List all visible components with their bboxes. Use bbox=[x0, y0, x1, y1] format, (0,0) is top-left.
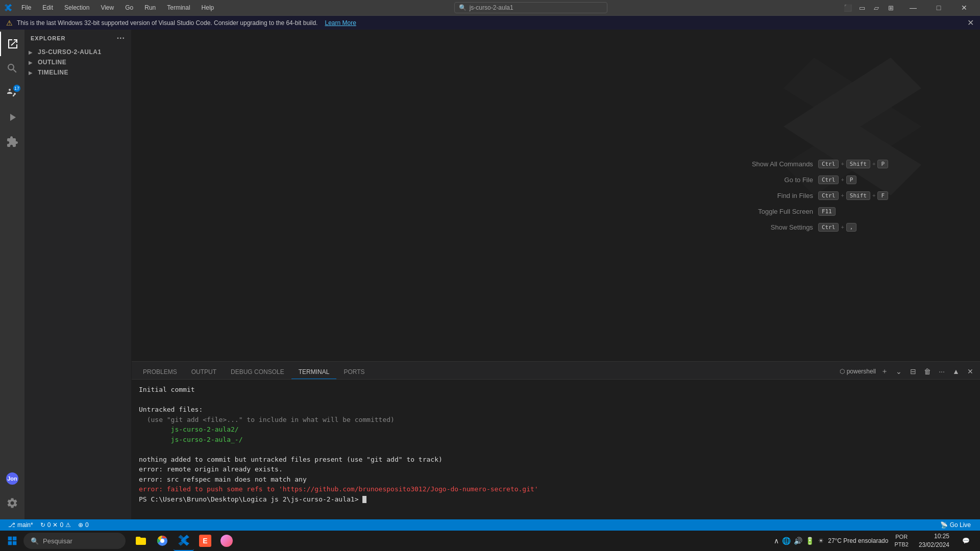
svg-rect-5 bbox=[13, 541, 17, 545]
sidebar-title: Explorer bbox=[31, 35, 66, 41]
kill-terminal-button[interactable]: 🗑 bbox=[922, 366, 933, 377]
outline-label: OUTLINE bbox=[38, 59, 66, 66]
weather-icon: ☀ bbox=[818, 537, 824, 544]
activity-search[interactable] bbox=[0, 56, 24, 81]
warning-close-button[interactable]: ✕ bbox=[967, 18, 974, 28]
taskbar-app-extra[interactable] bbox=[216, 531, 237, 551]
panel: PROBLEMS OUTPUT DEBUG CONSOLE TERMINAL P… bbox=[132, 361, 980, 519]
maximize-button[interactable]: □ bbox=[927, 0, 950, 15]
chevron-up-icon[interactable]: ∧ bbox=[774, 537, 779, 545]
tab-problems[interactable]: PROBLEMS bbox=[136, 365, 184, 379]
shortcuts-panel: Show All Commands Ctrl + Shift + P Go to… bbox=[731, 160, 888, 232]
errors-count: 0 bbox=[47, 521, 51, 529]
layout-btn-4[interactable]: ⊞ bbox=[885, 2, 896, 13]
svg-rect-2 bbox=[8, 537, 12, 541]
kbd-ctrl-3: Ctrl bbox=[818, 191, 839, 200]
file-explorer-icon bbox=[135, 535, 147, 547]
tab-ports[interactable]: PORTS bbox=[336, 365, 372, 379]
kbd-ctrl-1: Ctrl bbox=[818, 160, 839, 168]
activity-explorer[interactable] bbox=[0, 32, 24, 56]
terminal-line-initial-commit: Initial commit bbox=[139, 385, 973, 395]
sidebar-item-js-curso[interactable]: ▶ JS-CURSO-2-AULA1 bbox=[24, 47, 131, 57]
warnings-count: 0 bbox=[60, 521, 63, 529]
remote-count: 0 bbox=[85, 521, 89, 529]
kbd-ctrl-2: Ctrl bbox=[818, 176, 839, 184]
terminal-line-file2: js-curso-2-aula_-/ bbox=[139, 435, 973, 445]
menu-view[interactable]: View bbox=[95, 2, 119, 13]
layout-btn-2[interactable]: ▭ bbox=[856, 2, 868, 13]
terminal-line-error-refspec: error: src refspec main does not match a… bbox=[139, 474, 973, 485]
taskbar-app-explorer[interactable] bbox=[131, 531, 151, 551]
status-right: 📡 Go Live bbox=[936, 519, 975, 531]
status-remote[interactable]: ⊕ 0 bbox=[75, 519, 92, 531]
activity-account[interactable]: Jon bbox=[0, 466, 24, 491]
learn-more-link[interactable]: Learn More bbox=[325, 19, 356, 27]
layout-btn-3[interactable]: ▱ bbox=[871, 2, 882, 13]
menu-help[interactable]: Help bbox=[197, 2, 219, 13]
warning-bar: ⚠ This is the last Windows 32-bit suppor… bbox=[0, 15, 980, 30]
taskbar-search-box[interactable]: 🔍 Pesquisar bbox=[23, 533, 126, 549]
terminal-body[interactable]: Initial commit Untracked files: (use "gi… bbox=[132, 380, 980, 519]
go-to-file-keys: Ctrl + P bbox=[818, 176, 857, 184]
powershell-icon: ⬡ bbox=[840, 368, 845, 375]
activity-settings[interactable] bbox=[0, 491, 24, 515]
activity-extensions[interactable] bbox=[0, 130, 24, 154]
volume-icon: 🔊 bbox=[794, 537, 802, 545]
sidebar-item-outline[interactable]: ▶ OUTLINE bbox=[24, 57, 131, 67]
titlebar-search-box[interactable]: 🔍 js-curso-2-aula1 bbox=[454, 2, 607, 13]
tab-debug-console[interactable]: DEBUG CONSOLE bbox=[224, 365, 291, 379]
menu-go[interactable]: Go bbox=[120, 2, 138, 13]
menu-selection[interactable]: Selection bbox=[59, 2, 94, 13]
taskbar-app-chrome[interactable] bbox=[152, 531, 173, 551]
taskbar-app-vscode[interactable] bbox=[174, 531, 194, 551]
sidebar-header: Explorer ··· bbox=[24, 30, 131, 47]
taskbar: 🔍 Pesquisar E bbox=[0, 531, 980, 551]
new-terminal-button[interactable]: ＋ bbox=[879, 366, 890, 377]
menu-edit[interactable]: Edit bbox=[37, 2, 58, 13]
taskbar-app-elastic[interactable]: E bbox=[195, 531, 215, 551]
activity-run[interactable] bbox=[0, 105, 24, 130]
toggle-fullscreen-keys: F11 bbox=[818, 207, 836, 216]
menu-terminal[interactable]: Terminal bbox=[162, 2, 195, 13]
tab-terminal[interactable]: TERMINAL bbox=[291, 365, 337, 379]
close-panel-button[interactable]: ✕ bbox=[965, 366, 976, 377]
terminal-line-blank-1 bbox=[139, 395, 973, 405]
chrome-icon bbox=[156, 535, 168, 547]
show-all-commands-keys: Ctrl + Shift + P bbox=[818, 160, 888, 168]
taskbar-search-icon: 🔍 bbox=[31, 537, 39, 545]
activity-bar: 17 Jon bbox=[0, 30, 24, 519]
sidebar-folder-label: JS-CURSO-2-AULA1 bbox=[38, 48, 102, 56]
layout-btn-1[interactable]: ⬛ bbox=[842, 2, 853, 13]
sidebar: Explorer ··· ▶ JS-CURSO-2-AULA1 ▶ OUTLIN… bbox=[24, 30, 132, 519]
sidebar-more-button[interactable]: ··· bbox=[117, 34, 125, 43]
go-live-button[interactable]: 📡 Go Live bbox=[936, 519, 975, 531]
time-display[interactable]: 10:25 23/02/2024 bbox=[915, 532, 953, 549]
terminal-line-file1: js-curso-2-aula2/ bbox=[139, 424, 973, 435]
more-actions-button[interactable]: ··· bbox=[936, 366, 947, 377]
menu-file[interactable]: File bbox=[16, 2, 36, 13]
shell-name: powershell bbox=[847, 368, 876, 375]
tab-output[interactable]: OUTPUT bbox=[184, 365, 224, 379]
outline-arrow-icon: ▶ bbox=[29, 60, 35, 65]
status-sync[interactable]: ↻ 0 ✕ 0 ⚠ bbox=[37, 519, 74, 531]
terminal-dropdown-button[interactable]: ⌄ bbox=[893, 366, 904, 377]
start-button[interactable] bbox=[2, 531, 22, 551]
remote-icon: ⊕ bbox=[78, 521, 83, 529]
minimize-button[interactable]: — bbox=[901, 0, 925, 15]
shell-label: ⬡ powershell bbox=[840, 368, 876, 375]
activity-source-control[interactable]: 17 bbox=[0, 81, 24, 105]
kbd-f-3: F bbox=[877, 191, 888, 200]
titlebar: File Edit Selection View Go Run Terminal… bbox=[0, 0, 980, 15]
status-branch[interactable]: ⎇ main* bbox=[5, 519, 36, 531]
notification-button[interactable]: 💬 bbox=[955, 531, 976, 551]
system-tray-icons: ∧ 🌐 🔊 🔋 bbox=[772, 537, 816, 545]
clock-display: PORPTB2 bbox=[890, 533, 913, 549]
split-terminal-button[interactable]: ⊟ bbox=[908, 366, 919, 377]
account-avatar: Jon bbox=[6, 472, 18, 485]
menu-run[interactable]: Run bbox=[139, 2, 161, 13]
search-activity-icon bbox=[6, 62, 18, 74]
close-button[interactable]: ✕ bbox=[952, 0, 976, 15]
settings-icon bbox=[6, 497, 18, 509]
sidebar-item-timeline[interactable]: ▶ TIMELINE bbox=[24, 67, 131, 78]
maximize-panel-button[interactable]: ▲ bbox=[950, 366, 962, 377]
